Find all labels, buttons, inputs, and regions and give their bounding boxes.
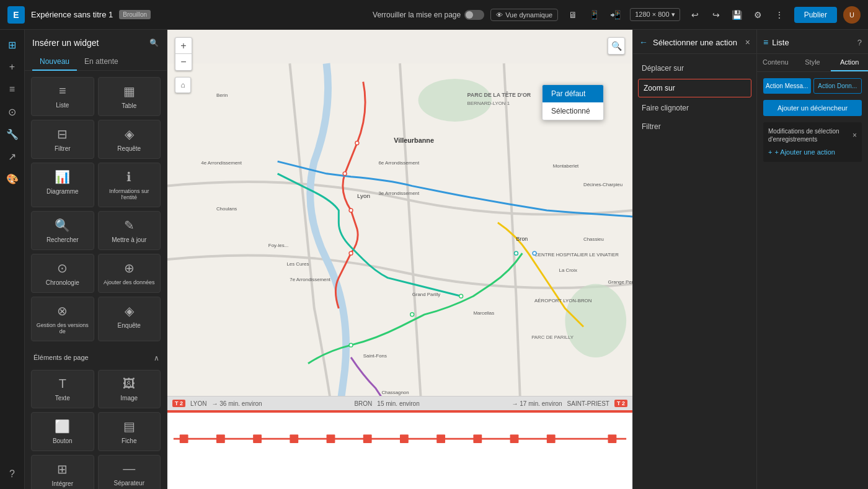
strip-widget-icon[interactable]: ⊞ xyxy=(2,35,22,55)
map-home-btn[interactable]: ⌂ xyxy=(175,77,191,93)
widget-bouton[interactable]: ⬜ Bouton xyxy=(31,412,94,451)
svg-text:Villeurbanne: Villeurbanne xyxy=(394,137,434,145)
widget-bouton-label: Bouton xyxy=(53,437,73,444)
action-panel-back-btn[interactable]: ← xyxy=(639,37,648,47)
section-close-icon[interactable]: × xyxy=(852,131,857,140)
resolution-selector[interactable]: 1280 × 800 ▾ xyxy=(630,8,680,21)
widget-panel-help-icon[interactable]: ? xyxy=(857,38,862,47)
action-selection-panel: ← Sélectionner une action × Déplacer sur… xyxy=(632,30,756,489)
widget-table[interactable]: ▦ Table xyxy=(98,77,161,116)
widget-mettre-a-jour-label: Mettre à jour xyxy=(112,236,146,243)
chronologie-icon: ⊙ xyxy=(57,261,68,276)
widget-separateur[interactable]: — Séparateur xyxy=(98,455,161,489)
tab-contenu[interactable]: Contenu xyxy=(757,54,794,71)
widget-ajouter-donnees[interactable]: ⊕ Ajouter des données xyxy=(98,254,161,293)
liste-icon: ≡ xyxy=(59,84,66,98)
svg-rect-52 xyxy=(608,434,617,443)
zoom-in-btn[interactable]: + xyxy=(175,38,192,54)
add-action-btn[interactable]: + + Ajouter une action xyxy=(768,147,857,157)
widget-fiche-label: Fiche xyxy=(122,437,136,444)
widget-filtrer[interactable]: ⊟ Filtrer xyxy=(31,120,94,159)
collapse-icon[interactable]: ∧ xyxy=(154,354,159,362)
widget-integrer[interactable]: ⊞ Intégrer xyxy=(31,455,94,489)
svg-point-1 xyxy=(418,79,492,122)
action-panel-close-btn[interactable]: × xyxy=(745,37,750,47)
vue-label: Vue dynamique xyxy=(505,11,552,19)
strip-tools-icon[interactable]: 🔧 xyxy=(2,124,22,144)
svg-point-31 xyxy=(343,172,347,176)
strip-insert-icon[interactable]: + xyxy=(2,57,22,77)
more-icon[interactable]: ⋮ xyxy=(771,6,788,24)
action-zoom-sur[interactable]: Zoom sur xyxy=(638,79,751,97)
map-background[interactable]: Villeurbanne Lyon Bron Grand Parilly Mar… xyxy=(167,30,632,489)
mobile-icon[interactable]: 📲 xyxy=(606,6,624,24)
widget-rechercher[interactable]: 🔍 Rechercher xyxy=(31,211,94,250)
infos-entite-icon: ℹ xyxy=(126,169,131,184)
left-panel-search-icon[interactable]: 🔍 xyxy=(148,37,159,48)
left-panel: Insérer un widget 🔍 Nouveau En attente ≡… xyxy=(25,30,167,489)
strip-data-icon[interactable]: ⊙ xyxy=(2,102,22,122)
settings-icon[interactable]: ⚙ xyxy=(750,6,767,24)
desktop-icon[interactable]: 🖥 xyxy=(564,6,582,24)
vue-dynamique-btn[interactable]: 👁 Vue dynamique xyxy=(490,9,558,21)
widget-table-label: Table xyxy=(122,102,136,109)
table-icon: ▦ xyxy=(123,84,135,99)
widget-requete[interactable]: ◈ Requête xyxy=(98,120,161,159)
strip-help-icon[interactable]: ? xyxy=(2,464,22,484)
action-deplacer-sur[interactable]: Déplacer sur xyxy=(633,59,756,78)
map-dropdown: Par défaut Sélectionné xyxy=(542,84,604,120)
tablet-icon[interactable]: 📱 xyxy=(585,6,603,24)
svg-point-34 xyxy=(459,294,463,298)
widget-texte[interactable]: T Texte xyxy=(31,370,94,408)
widget-diagramme[interactable]: 📊 Diagramme xyxy=(31,163,94,207)
tab-en-attente[interactable]: En attente xyxy=(77,53,126,71)
widget-fiche[interactable]: ▤ Fiche xyxy=(98,412,161,451)
widget-enquete[interactable]: ◈ Enquête xyxy=(98,297,161,341)
action-faire-clignoter[interactable]: Faire clignoter xyxy=(633,99,756,117)
tram-badge-left: T 2 xyxy=(172,400,185,407)
integrer-icon: ⊞ xyxy=(57,462,68,477)
svg-text:Grange Perdue: Grange Perdue xyxy=(608,279,632,285)
user-avatar[interactable]: U xyxy=(843,6,861,24)
widget-infos-entite[interactable]: ℹ Informations sur l'entité xyxy=(98,163,161,207)
svg-rect-49 xyxy=(473,434,482,443)
widget-chronologie-label: Chronologie xyxy=(46,279,79,286)
tab-style[interactable]: Style xyxy=(794,54,831,71)
svg-point-35 xyxy=(410,313,414,316)
device-icons: 🖥 📱 📲 xyxy=(564,6,624,24)
add-trigger-btn[interactable]: Ajouter un déclencheur xyxy=(763,100,862,116)
widget-ajouter-donnees-label: Ajouter des données xyxy=(104,279,155,285)
page-elements-label: Éléments de page xyxy=(32,351,90,365)
strip-share-icon[interactable]: ↗ xyxy=(2,146,22,166)
tab-action[interactable]: Action xyxy=(831,54,868,71)
action-filtrer[interactable]: Filtrer xyxy=(633,117,756,136)
widget-gestion-versions[interactable]: ⊗ Gestion des versions de xyxy=(31,297,94,341)
widget-chronologie[interactable]: ⊙ Chronologie xyxy=(31,254,94,293)
lock-toggle[interactable] xyxy=(464,10,484,20)
widget-image[interactable]: 🖼 Image xyxy=(98,370,161,408)
page-elements-grid: T Texte 🖼 Image ⬜ Bouton ▤ Fiche ⊞ In xyxy=(31,370,161,489)
widget-liste[interactable]: ≡ Liste xyxy=(31,77,94,116)
strip-theme-icon[interactable]: 🎨 xyxy=(2,169,22,189)
left-panel-header: Insérer un widget 🔍 xyxy=(25,30,167,53)
dropdown-par-defaut[interactable]: Par défaut xyxy=(542,85,603,102)
strip-layers-icon[interactable]: ≡ xyxy=(2,79,22,99)
tram-badge-right: T 2 xyxy=(614,400,627,407)
action-message-btn[interactable]: Action Messa... xyxy=(763,78,811,94)
redo-icon[interactable]: ↪ xyxy=(707,6,725,24)
map-search-btn[interactable]: 🔍 xyxy=(608,37,625,55)
dropdown-selectionne[interactable]: Sélectionné xyxy=(542,102,603,120)
widget-mettre-a-jour[interactable]: ✎ Mettre à jour xyxy=(98,211,161,250)
save-icon[interactable]: 💾 xyxy=(728,6,746,24)
publish-button[interactable]: Publier xyxy=(794,7,837,23)
undo-icon[interactable]: ↩ xyxy=(686,6,704,24)
zoom-out-btn[interactable]: − xyxy=(175,54,192,70)
tram-route-start: LYON xyxy=(190,400,207,407)
draft-badge: Brouillon xyxy=(119,10,151,19)
bouton-icon: ⬜ xyxy=(55,419,70,434)
widget-panel-title: Liste xyxy=(772,38,854,47)
tab-nouveau[interactable]: Nouveau xyxy=(32,53,77,71)
action-data-btn[interactable]: Action Donn... xyxy=(813,78,862,94)
tram-stops-scroll: Cours Vitton Mermoz Pinel Bachut Mairie … xyxy=(167,413,632,479)
svg-rect-50 xyxy=(510,434,519,443)
